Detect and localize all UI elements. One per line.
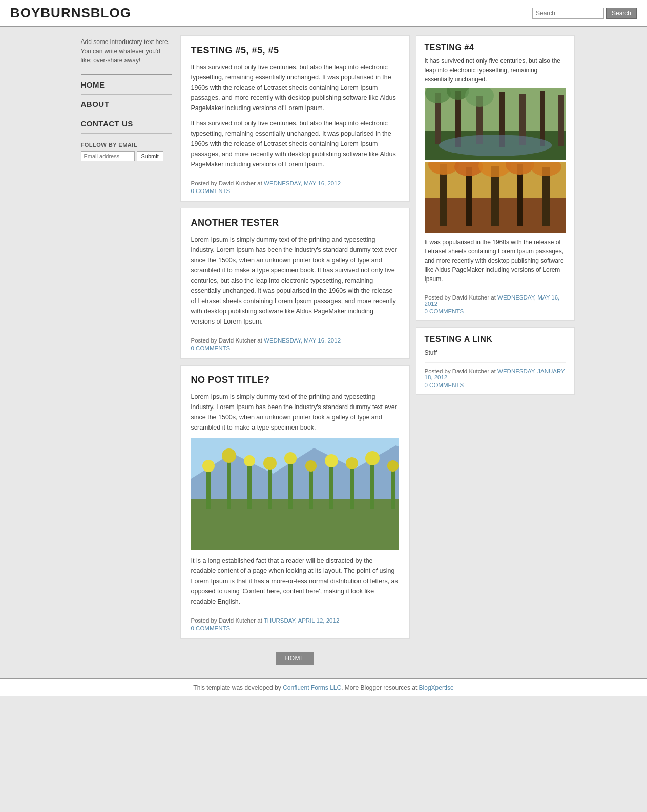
- right-post-author-2: Posted by David Kutcher at: [425, 368, 498, 374]
- email-input[interactable]: [81, 151, 135, 161]
- email-form: Submit: [81, 151, 172, 161]
- post-meta-1: Posted by David Kutcher at WEDNESDAY, MA…: [191, 175, 399, 194]
- right-post-author-1: Posted by David Kutcher at: [425, 294, 498, 301]
- post-title-1: TESTING #5, #5, #5: [191, 45, 399, 56]
- svg-rect-19: [370, 461, 374, 509]
- svg-rect-2: [191, 499, 399, 550]
- email-submit-button[interactable]: Submit: [137, 151, 163, 161]
- follow-label: FOLLOW BY EMAIL: [81, 142, 172, 148]
- footer-nav: HOME: [180, 647, 410, 670]
- svg-rect-49: [566, 166, 566, 226]
- svg-rect-21: [391, 468, 395, 509]
- svg-point-4: [202, 460, 215, 472]
- post-meta-3: Posted by David Kutcher at THURSDAY, APR…: [191, 612, 399, 631]
- right-post-body-1b: It was popularised in the 1960s with the…: [425, 238, 566, 284]
- sidebar-item-about[interactable]: ABOUT: [81, 95, 172, 114]
- site-header: BOYBURNSBLOG Search: [0, 0, 647, 27]
- post-card-3: NO POST TITLE? Lorem Ipsum is simply dum…: [180, 365, 410, 639]
- post-comments-link-1[interactable]: 0 COMMENTS: [191, 188, 399, 194]
- right-post-meta-1: Posted by David Kutcher at WEDNESDAY, MA…: [425, 289, 566, 314]
- post-author-2: Posted by David Kutcher at: [191, 337, 264, 344]
- right-post-meta-2: Posted by David Kutcher at WEDNESDAY, JA…: [425, 362, 566, 388]
- svg-point-16: [325, 454, 338, 467]
- content-area: TESTING #5, #5, #5 It has survived not o…: [180, 27, 575, 678]
- svg-point-38: [439, 135, 552, 156]
- svg-rect-5: [227, 458, 231, 509]
- search-input[interactable]: [532, 8, 604, 19]
- post-title-2: ANOTHER TESTER: [191, 218, 399, 228]
- post-body-3b: It is a long established fact that a rea…: [191, 555, 399, 607]
- svg-point-10: [263, 457, 277, 470]
- sidebar: Add some introductory text here. You can…: [73, 27, 180, 678]
- post-author-1: Posted by David Kutcher at: [191, 180, 264, 186]
- right-post-body-1a: It has survived not only five centuries,…: [425, 56, 566, 84]
- svg-rect-9: [268, 466, 272, 509]
- search-button[interactable]: Search: [606, 8, 637, 19]
- sidebar-item-home[interactable]: HOME: [81, 75, 172, 95]
- sidebar-item-contact[interactable]: CONTACT US: [81, 114, 172, 134]
- right-column: TESTING #4 It has survived not only five…: [416, 35, 575, 670]
- page-footer: This template was developed by Confluent…: [0, 678, 647, 696]
- footer-home-button[interactable]: HOME: [276, 652, 314, 665]
- svg-point-22: [387, 460, 399, 472]
- post-date-link-3[interactable]: THURSDAY, APRIL 12, 2012: [264, 617, 339, 624]
- right-post-body-2: Stuff: [425, 348, 566, 357]
- right-post-title-2: TESTING A LINK: [425, 335, 566, 344]
- post-card-2: ANOTHER TESTER Lorem Ipsum is simply dum…: [180, 208, 410, 359]
- svg-point-14: [305, 460, 317, 472]
- svg-point-8: [244, 455, 255, 466]
- post-meta-2: Posted by David Kutcher at WEDNESDAY, MA…: [191, 332, 399, 351]
- footer-confluent-link[interactable]: Confluent Forms LLC: [283, 684, 341, 691]
- left-column: TESTING #5, #5, #5 It has survived not o…: [180, 35, 410, 670]
- svg-rect-13: [309, 468, 313, 509]
- svg-point-20: [365, 451, 380, 465]
- post-body-2: Lorem Ipsum is simply dummy text of the …: [191, 234, 399, 327]
- site-title: BOYBURNSBLOG: [10, 5, 131, 21]
- right-post-card-1: TESTING #4 It has survived not only five…: [416, 35, 575, 321]
- footer-blogxpertise-link[interactable]: BlogXpertise: [419, 684, 454, 691]
- svg-rect-17: [350, 466, 354, 509]
- right-post-title-1: TESTING #4: [425, 43, 566, 52]
- sidebar-intro: Add some introductory text here. You can…: [81, 37, 172, 65]
- right-post-comments-1[interactable]: 0 COMMENTS: [425, 308, 566, 314]
- right-post-card-2: TESTING A LINK Stuff Posted by David Kut…: [416, 327, 575, 395]
- svg-point-12: [284, 452, 297, 464]
- post-image-flowers: [191, 438, 399, 550]
- post-body-1: It has survived not only five centuries,…: [191, 62, 399, 169]
- right-post-comments-2[interactable]: 0 COMMENTS: [425, 382, 566, 388]
- post-date-link-2[interactable]: WEDNESDAY, MAY 16, 2012: [264, 337, 341, 344]
- svg-rect-15: [329, 463, 333, 509]
- main-wrapper: Add some introductory text here. You can…: [73, 27, 575, 678]
- svg-rect-3: [206, 468, 211, 509]
- post-card-1: TESTING #5, #5, #5 It has survived not o…: [180, 35, 410, 202]
- post-body-3: Lorem Ipsum is simply dummy text of the …: [191, 392, 399, 433]
- post-title-3: NO POST TITLE?: [191, 375, 399, 386]
- search-area: Search: [532, 8, 637, 19]
- post-image-forest-1: [425, 88, 566, 160]
- svg-point-6: [222, 448, 236, 463]
- post-image-forest-2: [425, 162, 566, 233]
- svg-rect-36: [540, 91, 545, 146]
- post-date-link-1[interactable]: WEDNESDAY, MAY 16, 2012: [264, 180, 341, 186]
- svg-rect-11: [288, 461, 293, 509]
- post-author-3: Posted by David Kutcher at: [191, 617, 264, 624]
- svg-point-18: [346, 457, 358, 469]
- sidebar-nav: HOME ABOUT CONTACT US: [81, 74, 172, 134]
- svg-rect-37: [558, 95, 564, 146]
- post-comments-link-2[interactable]: 0 COMMENTS: [191, 345, 399, 351]
- footer-text: This template was developed by Confluent…: [193, 684, 453, 691]
- svg-rect-7: [247, 463, 252, 509]
- post-comments-link-3[interactable]: 0 COMMENTS: [191, 625, 399, 631]
